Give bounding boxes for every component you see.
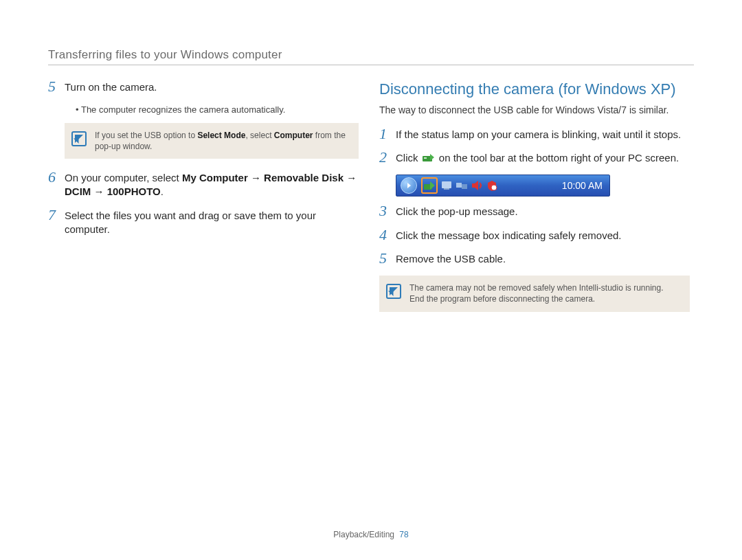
- document-page: Transferring files to your Windows compu…: [0, 0, 742, 560]
- note-text: The camera may not be removed safely whe…: [409, 282, 680, 304]
- tray-icon: [440, 179, 453, 192]
- step-text: Click the message box indicating safely …: [396, 229, 622, 243]
- note-text: If you set the USB option to Select Mode…: [95, 130, 349, 152]
- step-number: 4: [379, 227, 396, 243]
- svg-rect-4: [444, 188, 449, 190]
- xp-taskbar: 10:00 AM: [396, 175, 610, 197]
- svg-point-7: [491, 185, 497, 190]
- step-number: 1: [379, 126, 396, 142]
- right-column: Disconnecting the camera (for Windows XP…: [379, 80, 690, 324]
- note-icon: [71, 131, 87, 146]
- system-tray: [421, 177, 498, 194]
- page-header: Transferring files to your Windows compu…: [48, 48, 694, 62]
- step-text: Select the files you want and drag or sa…: [65, 209, 359, 237]
- step-5-bullet: The computer recognizes the camera autom…: [76, 104, 359, 116]
- safely-remove-hardware-icon: [423, 179, 436, 192]
- security-icon: [486, 179, 498, 192]
- step-number: 3: [379, 203, 396, 219]
- taskbar-screenshot: 10:00 AM: [396, 175, 690, 197]
- step-6: 6 On your computer, select My Computer →…: [48, 171, 359, 199]
- step-number: 6: [48, 170, 65, 185]
- step-text: Turn on the camera.: [65, 80, 157, 94]
- step-5: 5 Turn on the camera.: [48, 80, 359, 94]
- tray-expand-icon: [401, 177, 417, 194]
- step-r2: 2 Click on the tool bar at the bottom ri…: [379, 151, 690, 165]
- svg-rect-1: [424, 157, 427, 159]
- note-icon: [386, 284, 401, 299]
- step-number: 5: [48, 79, 65, 94]
- content-columns: 5 Turn on the camera. The computer recog…: [48, 80, 694, 324]
- taskbar-clock: 10:00 AM: [562, 180, 603, 191]
- step-number: 5: [379, 251, 396, 266]
- step-text: Click the pop-up message.: [396, 205, 518, 219]
- left-column: 5 Turn on the camera. The computer recog…: [48, 80, 359, 324]
- step-r5: 5 Remove the USB cable.: [379, 252, 690, 266]
- svg-rect-3: [442, 181, 451, 188]
- step-text: Click on the tool bar at the bottom righ…: [396, 151, 679, 165]
- step-text: Remove the USB cable.: [396, 252, 506, 266]
- step-number: 2: [379, 150, 396, 165]
- tray-highlight: [421, 177, 438, 194]
- step-r4: 4 Click the message box indicating safel…: [379, 229, 690, 243]
- note-box-intelli-studio: The camera may not be removed safely whe…: [379, 276, 690, 311]
- step-r3: 3 Click the pop-up message.: [379, 205, 690, 219]
- safely-remove-icon: [423, 152, 435, 163]
- page-number: 78: [399, 530, 408, 539]
- svg-rect-5: [456, 183, 462, 188]
- step-7: 7 Select the files you want and drag or …: [48, 209, 359, 237]
- volume-icon: [471, 179, 483, 192]
- page-footer: Playback/Editing 78: [0, 530, 742, 539]
- note-box-usb-mode: If you set the USB option to Select Mode…: [65, 123, 359, 159]
- section-heading: Disconnecting the camera (for Windows XP…: [379, 80, 690, 98]
- step-number: 7: [48, 208, 65, 223]
- step-text: On your computer, select My Computer → R…: [65, 171, 359, 199]
- tray-icon: [456, 179, 468, 192]
- step-text: If the status lamp on your camera is bli…: [396, 128, 681, 142]
- step-r1: 1 If the status lamp on your camera is b…: [379, 128, 690, 142]
- footer-section: Playback/Editing: [333, 530, 394, 539]
- divider: [48, 65, 694, 65]
- lead-text: The way to disconnect the USB cable for …: [379, 104, 690, 117]
- svg-rect-6: [462, 184, 467, 189]
